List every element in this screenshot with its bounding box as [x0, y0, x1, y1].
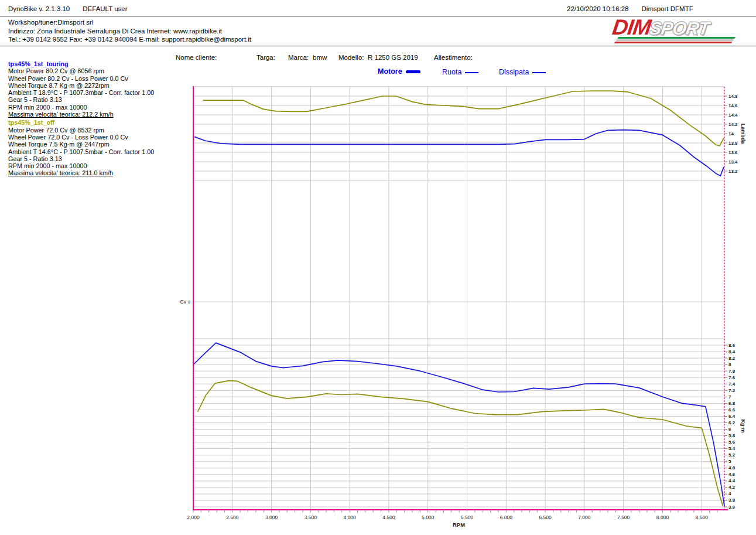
- x-tick-label: 4.500: [382, 514, 395, 520]
- run-info-line: Ambient T 18.9°C - P 1007.3mbar - Corr. …: [8, 89, 154, 96]
- torque-tick-label: 4.4: [728, 478, 736, 483]
- torque-tick-label: 7.8: [728, 369, 736, 374]
- torque-tick-label: 4.6: [728, 472, 736, 477]
- torque-tick-label: 6.4: [728, 414, 736, 419]
- x-tick-label: 6.000: [500, 514, 513, 520]
- run-info-line: Wheel Power 72.0 Cv - Loss Power 0.0 Cv: [8, 134, 154, 141]
- torque-tick-label: 6.8: [728, 401, 736, 406]
- legend-item-dissipata[interactable]: Dissipata: [499, 68, 546, 76]
- app-header: DynoBike v. 2.1.3.10DEFAULT user: [8, 5, 128, 12]
- torque-tick-label: 5.8: [728, 433, 736, 438]
- run-info-line: Motor Power 80.2 Cv @ 8056 rpm: [8, 67, 154, 74]
- workshop-name: Workshop/tuner:Dimsport srl: [8, 18, 251, 27]
- x-tick-label: 5.000: [422, 514, 435, 520]
- report-datetime: 22/10/2020 10:16:28: [567, 5, 629, 12]
- logo-text-dim: DIM: [611, 18, 652, 38]
- cv-zero-label: 0: [188, 300, 190, 304]
- x-tick-label: 5.500: [461, 514, 474, 520]
- torque-tick-label: 6.6: [728, 407, 736, 413]
- x-tick-label: 4.000: [344, 514, 357, 520]
- legend-label-dissipata: Dissipata: [499, 68, 529, 76]
- lambda-tick-label: 13.4: [728, 159, 738, 165]
- x-axis-title: RPM: [453, 522, 465, 528]
- torque-tick-label: 7.2: [728, 388, 736, 393]
- header-divider-bottom: [0, 46, 756, 46]
- x-axis: 2.0002.5003.0003.5004.0004.5005.0005.500…: [187, 510, 717, 528]
- run-max-speed: Massima velocita' teorica: 211.0 km/h: [8, 169, 154, 176]
- allestimento-label: Allestimento:: [434, 54, 473, 61]
- run-block: tps45%_1st_offMotor Power 72.0 Cv @ 8532…: [8, 119, 154, 176]
- run-title: tps45%_1st_touring: [8, 60, 154, 67]
- legend-label-motore: Motore: [378, 67, 402, 76]
- operator-name: Dimsport DFMTF: [642, 5, 693, 12]
- workshop-address: Indirizzo: Zona Industriale Serralunga D…: [8, 27, 251, 36]
- torque-tick-label: 4: [728, 491, 731, 496]
- run-info-line: RPM min 2000 - max 10000: [8, 162, 154, 169]
- run-info-line: Ambient T 14.6°C - P 1007.5mbar - Corr. …: [8, 148, 154, 155]
- logo-stripes: [614, 37, 736, 44]
- x-tick-label: 7.000: [578, 514, 591, 520]
- marca-value: bmw: [313, 54, 327, 61]
- run-title: tps45%_1st_off: [8, 119, 154, 126]
- logo-text-sport: SPORT: [648, 19, 710, 39]
- lambda-tick-label: 14: [728, 131, 734, 137]
- torque-tick-label: 5: [728, 459, 731, 464]
- torque-tick-label: 4.2: [728, 485, 736, 490]
- torque-tick-label: 8.2: [728, 356, 736, 361]
- torque-axis: 8.68.48.287.87.67.47.276.86.66.46.265.85…: [724, 343, 746, 510]
- legend-label-ruota: Ruota: [442, 68, 461, 76]
- lambda-axis-title: Lambda: [740, 124, 746, 145]
- torque-tick-label: 3.8: [728, 497, 736, 503]
- ruota-line-swatch: [465, 72, 478, 73]
- torque-tick-label: 8: [728, 362, 731, 367]
- torque-tick-label: 5.6: [728, 439, 736, 445]
- x-tick-label: 3.000: [265, 514, 278, 520]
- torque-tick-label: 6: [728, 427, 731, 432]
- x-tick-label: 8.500: [696, 514, 709, 520]
- run-info-line: Gear 5 - Ratio 3.13: [8, 155, 154, 162]
- app-user: DEFAULT user: [83, 5, 127, 12]
- legend-item-ruota[interactable]: Ruota: [442, 68, 478, 76]
- torque-axis-title: Kg·m: [740, 420, 746, 433]
- x-tick-label: 8.000: [656, 514, 669, 520]
- x-tick-label: 6.500: [539, 514, 552, 520]
- dissipata-line-swatch: [532, 72, 546, 73]
- lambda-tick-label: 14.4: [728, 113, 738, 118]
- plot-area[interactable]: [193, 87, 724, 510]
- dimsport-logo: DIMSPORT: [613, 18, 737, 43]
- run-max-speed: Massima velocita' teorica: 212.2 km/h: [8, 111, 154, 118]
- torque-tick-label: 5.2: [728, 452, 736, 458]
- lambda-axis: 14.814.614.414.21413.813.613.413.2Lambda: [724, 94, 746, 174]
- torque-tick-label: 3.6: [728, 505, 736, 510]
- torque-tick-label: 4.8: [728, 465, 736, 471]
- lambda-tick-label: 13.6: [728, 150, 738, 155]
- report-meta: 22/10/2020 10:16:28Dimsport DFMTF: [567, 5, 693, 12]
- workshop-info: Workshop/tuner:Dimsport srl Indirizzo: Z…: [8, 18, 251, 44]
- targa-label: Targa:: [256, 54, 275, 61]
- run-info-line: Motor Power 72.0 Cv @ 8532 rpm: [8, 127, 154, 134]
- cv-axis: Cv0: [180, 299, 190, 305]
- lambda-tick-label: 14.2: [728, 122, 738, 127]
- run-block: tps45%_1st_touringMotor Power 80.2 Cv @ …: [8, 60, 154, 118]
- modello-value: R 1250 GS 2019: [368, 54, 418, 61]
- marca-label: Marca:: [288, 54, 309, 61]
- torque-tick-label: 5.4: [728, 446, 736, 451]
- x-tick-label: 2.000: [187, 514, 200, 520]
- lambda-tick-label: 14.8: [728, 94, 738, 99]
- torque-tick-label: 7: [728, 394, 731, 400]
- legend-item-motore[interactable]: Motore: [378, 67, 420, 76]
- x-tick-label: 2.500: [226, 514, 239, 520]
- cv-axis-title: Cv: [180, 299, 187, 305]
- torque-tick-label: 6.2: [728, 420, 736, 425]
- run-info-line: Wheel Torque 7.5 Kg·m @ 2447rpm: [8, 141, 154, 148]
- run-info-line: Wheel Power 80.2 Cv - Loss Power 0.0 Cv: [8, 75, 154, 82]
- lambda-tick-label: 13.8: [728, 141, 738, 146]
- run-info-line: Wheel Torque 8.7 Kg·m @ 2272rpm: [8, 82, 154, 89]
- run-info-line: Gear 5 - Ratio 3.13: [8, 96, 154, 103]
- run-info-panel: tps45%_1st_touringMotor Power 80.2 Cv @ …: [8, 60, 154, 178]
- modello-label: Modello:: [338, 54, 364, 61]
- torque-tick-label: 7.6: [728, 375, 736, 380]
- lambda-tick-label: 14.6: [728, 103, 738, 108]
- motore-line-swatch: [406, 70, 420, 73]
- nome-cliente-label: Nome cliente:: [176, 54, 217, 61]
